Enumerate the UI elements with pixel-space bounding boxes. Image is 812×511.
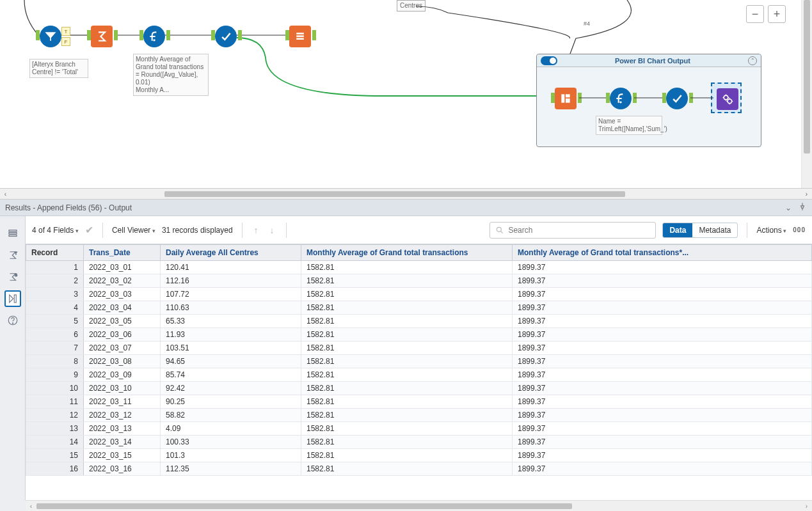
- cell-monthly-1[interactable]: 1582.81: [301, 395, 513, 409]
- formula-tool-2[interactable]: [610, 88, 632, 109]
- cell-monthly-2[interactable]: 1899.37: [513, 355, 812, 368]
- cell-trans-date[interactable]: 2022_03_05: [84, 315, 161, 328]
- cell-monthly-2[interactable]: 1899.37: [513, 462, 812, 476]
- table-row[interactable]: 22022_03_02112.161582.811899.37: [26, 274, 812, 288]
- fields-dropdown[interactable]: 4 of 4 Fields: [32, 226, 79, 235]
- table-row[interactable]: 52022_03_0565.331582.811899.37: [26, 315, 812, 328]
- cell-monthly-2[interactable]: 1899.37: [513, 301, 812, 315]
- cell-daily-avg[interactable]: 120.41: [161, 261, 301, 274]
- table-row[interactable]: 12022_03_01120.411582.811899.37: [26, 261, 812, 274]
- filter-tool[interactable]: [40, 26, 61, 47]
- cell-daily-avg[interactable]: 90.25: [161, 395, 301, 409]
- metadata-tab[interactable]: Metadata: [692, 223, 737, 237]
- cell-monthly-1[interactable]: 1582.81: [301, 368, 513, 382]
- table-row[interactable]: 72022_03_07103.511582.811899.37: [26, 342, 812, 355]
- cell-monthly-2[interactable]: 1899.37: [513, 409, 812, 422]
- cell-monthly-2[interactable]: 1899.37: [513, 395, 812, 409]
- table-row[interactable]: 122022_03_1258.821582.811899.37: [26, 409, 812, 422]
- cell-monthly-1[interactable]: 1582.81: [301, 449, 513, 462]
- collapse-panel-icon[interactable]: ⌄: [785, 203, 792, 212]
- messages-tab[interactable]: [4, 225, 21, 242]
- cell-monthly-2[interactable]: 1899.37: [513, 342, 812, 355]
- cell-daily-avg[interactable]: 103.51: [161, 342, 301, 355]
- append-fields-tool[interactable]: [289, 26, 311, 47]
- cell-monthly-1[interactable]: 1582.81: [301, 382, 513, 395]
- zoom-in-button[interactable]: +: [768, 5, 786, 23]
- actions-dropdown[interactable]: Actions: [756, 226, 786, 235]
- cell-trans-date[interactable]: 2022_03_11: [84, 395, 161, 409]
- cell-monthly-2[interactable]: 1899.37: [513, 315, 812, 328]
- cell-daily-avg[interactable]: 107.72: [161, 288, 301, 301]
- cell-trans-date[interactable]: 2022_03_10: [84, 382, 161, 395]
- table-row[interactable]: 112022_03_1190.251582.811899.37: [26, 395, 812, 409]
- cell-monthly-2[interactable]: 1899.37: [513, 422, 812, 436]
- select-tool-2[interactable]: [666, 88, 688, 109]
- container-toggle[interactable]: [541, 56, 557, 65]
- cell-trans-date[interactable]: 2022_03_08: [84, 355, 161, 368]
- cell-monthly-1[interactable]: 1582.81: [301, 274, 513, 288]
- transpose-tool[interactable]: [555, 88, 577, 109]
- formula-tool[interactable]: [143, 26, 165, 47]
- cell-monthly-2[interactable]: 1899.37: [513, 261, 812, 274]
- cell-monthly-1[interactable]: 1582.81: [301, 342, 513, 355]
- cell-trans-date[interactable]: 2022_03_06: [84, 328, 161, 342]
- cell-monthly-2[interactable]: 1899.37: [513, 288, 812, 301]
- cell-monthly-1[interactable]: 1582.81: [301, 409, 513, 422]
- cell-daily-avg[interactable]: 4.09: [161, 422, 301, 436]
- output-tab[interactable]: [4, 290, 21, 307]
- canvas-horizontal-scrollbar[interactable]: ‹ ›: [0, 189, 812, 200]
- cell-monthly-1[interactable]: 1582.81: [301, 355, 513, 368]
- cell-trans-date[interactable]: 2022_03_15: [84, 449, 161, 462]
- sort-asc-button[interactable]: ↑: [251, 225, 261, 235]
- cell-trans-date[interactable]: 2022_03_12: [84, 409, 161, 422]
- canvas-vertical-scrollbar[interactable]: [801, 0, 812, 188]
- help-tab[interactable]: [4, 312, 21, 329]
- cell-monthly-1[interactable]: 1582.81: [301, 288, 513, 301]
- search-input[interactable]: [490, 222, 656, 239]
- select-all-check-icon[interactable]: ✔: [85, 224, 93, 236]
- cell-daily-avg[interactable]: 112.35: [161, 462, 301, 476]
- cell-trans-date[interactable]: 2022_03_04: [84, 301, 161, 315]
- table-row[interactable]: 132022_03_134.091582.811899.37: [26, 422, 812, 436]
- cell-monthly-2[interactable]: 1899.37: [513, 274, 812, 288]
- cell-trans-date[interactable]: 2022_03_07: [84, 342, 161, 355]
- cell-trans-date[interactable]: 2022_03_13: [84, 422, 161, 436]
- sum-s-tab[interactable]: S: [4, 269, 21, 285]
- cell-monthly-1[interactable]: 1582.81: [301, 261, 513, 274]
- table-row[interactable]: 32022_03_03107.721582.811899.37: [26, 288, 812, 301]
- cell-monthly-1[interactable]: 1582.81: [301, 436, 513, 449]
- results-panel-header[interactable]: Results - Append Fields (56) - Output ⌄: [0, 200, 812, 216]
- cell-daily-avg[interactable]: 85.74: [161, 368, 301, 382]
- table-row[interactable]: 142022_03_14100.331582.811899.37: [26, 436, 812, 449]
- cell-monthly-2[interactable]: 1899.37: [513, 449, 812, 462]
- container-power-bi[interactable]: Power BI Chart Output ⌃ Name = TrimLeft(…: [536, 54, 761, 147]
- col-header-trans-date[interactable]: Trans_Date: [84, 245, 161, 261]
- cell-viewer-dropdown[interactable]: Cell Viewer: [112, 226, 155, 235]
- cell-trans-date[interactable]: 2022_03_03: [84, 288, 161, 301]
- cell-daily-avg[interactable]: 65.33: [161, 315, 301, 328]
- cell-monthly-2[interactable]: 1899.37: [513, 368, 812, 382]
- cell-monthly-1[interactable]: 1582.81: [301, 328, 513, 342]
- cell-daily-avg[interactable]: 100.33: [161, 436, 301, 449]
- sort-desc-button[interactable]: ↓: [267, 225, 277, 235]
- table-row[interactable]: 62022_03_0611.931582.811899.37: [26, 328, 812, 342]
- table-row[interactable]: 82022_03_0894.651582.811899.37: [26, 355, 812, 368]
- cell-daily-avg[interactable]: 58.82: [161, 409, 301, 422]
- summarize-tool[interactable]: [91, 26, 113, 47]
- cell-daily-avg[interactable]: 11.93: [161, 328, 301, 342]
- cell-monthly-2[interactable]: 1899.37: [513, 328, 812, 342]
- cell-monthly-2[interactable]: 1899.37: [513, 436, 812, 449]
- cell-trans-date[interactable]: 2022_03_02: [84, 274, 161, 288]
- table-row[interactable]: 152022_03_15101.31582.811899.37: [26, 449, 812, 462]
- pin-panel-icon[interactable]: [798, 202, 807, 213]
- results-horizontal-scrollbar[interactable]: ‹ ›: [26, 500, 812, 511]
- cell-monthly-1[interactable]: 1582.81: [301, 462, 513, 476]
- col-header-monthly-1[interactable]: Monthly Average of Grand total transacti…: [301, 245, 513, 261]
- col-header-monthly-2[interactable]: Monthly Average of Grand total transacti…: [513, 245, 812, 261]
- cell-monthly-1[interactable]: 1582.81: [301, 301, 513, 315]
- cell-monthly-1[interactable]: 1582.81: [301, 315, 513, 328]
- col-header-record[interactable]: Record: [26, 245, 84, 261]
- table-row[interactable]: 42022_03_04110.631582.811899.37: [26, 301, 812, 315]
- cell-monthly-1[interactable]: 1582.81: [301, 422, 513, 436]
- zoom-out-button[interactable]: −: [746, 5, 764, 23]
